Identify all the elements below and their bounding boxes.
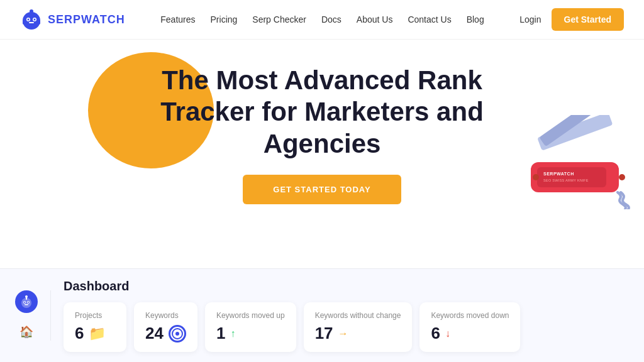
hero-cta-button[interactable]: GET STARTED TODAY xyxy=(243,175,401,204)
nav-docs[interactable]: Docs xyxy=(321,14,341,25)
projects-label: Projects xyxy=(75,311,115,320)
svg-point-21 xyxy=(24,302,25,303)
dashboard-sidebar: 🏠 xyxy=(15,290,51,341)
nav-right: Login Get Started xyxy=(519,8,624,31)
keywords-flat-value-row: 17 → xyxy=(315,324,401,343)
svg-rect-23 xyxy=(25,304,28,305)
nav-serp-checker[interactable]: Serp Checker xyxy=(252,14,306,25)
keywords-down-label: Keywords moved down xyxy=(431,311,509,320)
keywords-down-value: 6 xyxy=(431,324,440,343)
dashboard-robot-icon xyxy=(15,290,38,313)
dashboard-cards: Projects 6 📁 Keywords 24 Keywords moved … xyxy=(64,302,629,352)
swiss-knife-decoration: SERPWATCH SEO SWISS ARMY KNIFE xyxy=(525,115,625,197)
hero-title: The Most Advanced Rank Tracker for Marke… xyxy=(140,65,504,160)
bullseye-icon xyxy=(169,325,186,343)
projects-value: 6 xyxy=(75,324,84,343)
down-arrow-icon: ↓ xyxy=(445,328,450,339)
folder-icon: 📁 xyxy=(89,326,106,342)
dashboard-title: Dashboard xyxy=(64,279,629,293)
keywords-value-row: 24 xyxy=(145,324,186,343)
dashboard-content: Dashboard Projects 6 📁 Keywords 24 Ke xyxy=(51,279,629,352)
svg-rect-13 xyxy=(537,167,606,187)
swiss-knife-svg: SERPWATCH SEO SWISS ARMY KNIFE xyxy=(525,115,638,209)
nav-pricing[interactable]: Pricing xyxy=(211,14,238,25)
keywords-flat-card: Keywords without change 17 → xyxy=(304,302,413,352)
svg-point-17 xyxy=(619,174,625,180)
keywords-up-label: Keywords moved up xyxy=(216,311,285,320)
nav-contact-us[interactable]: Contact Us xyxy=(408,14,451,25)
navbar: SERPWATCH Features Pricing Serp Checker … xyxy=(0,0,644,40)
svg-rect-5 xyxy=(29,22,34,23)
login-button[interactable]: Login xyxy=(519,14,541,25)
nav-get-started-button[interactable]: Get Started xyxy=(552,8,624,31)
svg-text:SERPWATCH: SERPWATCH xyxy=(543,172,574,176)
keywords-down-card: Keywords moved down 6 ↓ xyxy=(419,302,520,352)
projects-card: Projects 6 📁 xyxy=(64,302,126,352)
svg-rect-9 xyxy=(38,19,40,25)
keywords-value: 24 xyxy=(145,324,164,343)
svg-point-22 xyxy=(28,302,29,303)
svg-point-7 xyxy=(30,9,33,13)
nav-blog[interactable]: Blog xyxy=(467,14,484,25)
dashboard-section: 🏠 Dashboard Projects 6 📁 Keywords 24 xyxy=(0,268,644,362)
keywords-up-value: 1 xyxy=(216,324,225,343)
nav-about-us[interactable]: About Us xyxy=(357,14,393,25)
svg-point-4 xyxy=(34,19,36,21)
nav-features[interactable]: Features xyxy=(160,14,195,25)
right-arrow-icon: → xyxy=(338,328,348,339)
hero-section: The Most Advanced Rank Tracker for Marke… xyxy=(0,40,644,223)
svg-point-25 xyxy=(25,295,28,298)
keywords-label: Keywords xyxy=(145,311,186,320)
projects-value-row: 6 📁 xyxy=(75,324,115,343)
keywords-card: Keywords 24 xyxy=(134,302,197,352)
keywords-flat-label: Keywords without change xyxy=(315,311,401,320)
nav-links: Features Pricing Serp Checker Docs About… xyxy=(160,14,484,25)
dashboard-home-icon[interactable]: 🏠 xyxy=(18,323,35,341)
svg-point-3 xyxy=(28,19,30,21)
keywords-down-value-row: 6 ↓ xyxy=(431,324,509,343)
up-arrow-icon: ↑ xyxy=(230,328,235,339)
svg-text:SEO SWISS ARMY KNIFE: SEO SWISS ARMY KNIFE xyxy=(543,178,589,182)
keywords-up-value-row: 1 ↑ xyxy=(216,324,285,343)
logo-text: SERPWATCH xyxy=(48,13,125,26)
logo-icon xyxy=(20,8,43,31)
logo[interactable]: SERPWATCH xyxy=(20,8,125,31)
svg-rect-8 xyxy=(23,19,25,25)
keywords-up-card: Keywords moved up 1 ↑ xyxy=(205,302,296,352)
keywords-flat-value: 17 xyxy=(315,324,333,343)
svg-point-16 xyxy=(533,174,539,180)
